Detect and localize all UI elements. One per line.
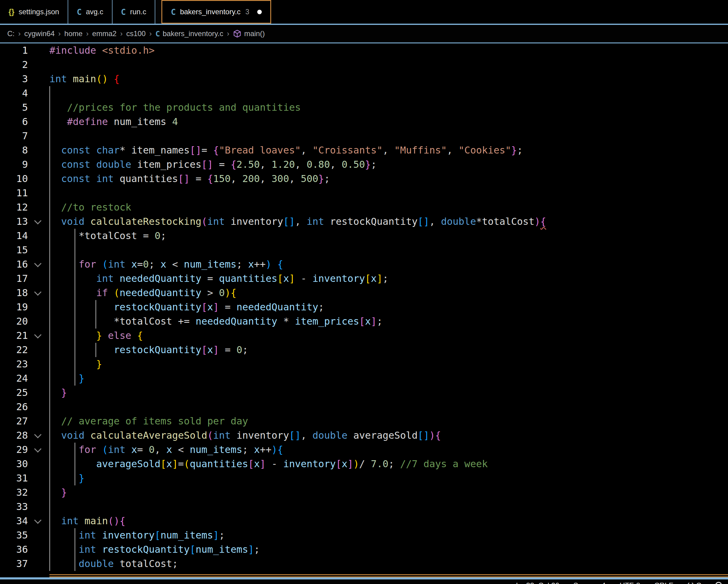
line-number[interactable]: 12 — [0, 200, 28, 214]
line-number[interactable]: 21 — [0, 329, 28, 343]
line-number[interactable]: 30 — [0, 457, 28, 471]
code-line[interactable]: 20 *totalCost += neededQuantity * item_p… — [0, 314, 728, 329]
code-line[interactable]: 12 //to restock — [0, 200, 728, 214]
code-line[interactable]: 4 — [0, 86, 728, 100]
line-number[interactable]: 7 — [0, 129, 28, 143]
breadcrumb-item-cygwin64[interactable]: cygwin64 — [24, 29, 55, 38]
breadcrumb-item-symbol-main[interactable]: main() — [233, 29, 265, 38]
code-line[interactable]: 34 int main(){ — [0, 514, 728, 528]
notifications-bell-icon[interactable] — [715, 582, 722, 584]
line-number[interactable]: 19 — [0, 300, 28, 314]
code-line[interactable]: 10 const int quantities[] = {150, 200, 3… — [0, 172, 728, 186]
fold-chevron-down-icon[interactable] — [34, 446, 42, 453]
breadcrumb-item-drive[interactable]: C: — [7, 29, 15, 38]
line-number[interactable]: 4 — [0, 86, 28, 100]
code-line[interactable]: 2 — [0, 58, 728, 72]
code-line[interactable]: 29 for (int x= 0, x < num_items; x++){ — [0, 442, 728, 457]
line-number[interactable]: 17 — [0, 272, 28, 286]
line-number[interactable]: 23 — [0, 357, 28, 371]
line-number[interactable]: 5 — [0, 100, 28, 115]
code-line[interactable]: 28 void calculateAverageSold(int invento… — [0, 428, 728, 442]
line-number[interactable]: 34 — [0, 514, 28, 528]
line-number[interactable]: 15 — [0, 243, 28, 257]
line-number[interactable]: 33 — [0, 500, 28, 514]
line-number[interactable]: 26 — [0, 400, 28, 414]
tab-run-c[interactable]: C run.c — [112, 0, 156, 24]
editor[interactable]: 1#include <stdio.h>23int main() {45 //pr… — [0, 43, 728, 574]
line-number[interactable]: 31 — [0, 471, 28, 485]
code-line[interactable]: 7 — [0, 129, 728, 143]
code-line[interactable]: 19 restockQuantity[x] = neededQuantity; — [0, 300, 728, 314]
status-eol[interactable]: CRLF — [654, 580, 673, 584]
line-number[interactable]: 25 — [0, 386, 28, 400]
fold-chevron-down-icon[interactable] — [34, 517, 42, 524]
code-line[interactable]: 31 } — [0, 471, 728, 485]
code-line[interactable]: 3int main() { — [0, 72, 728, 86]
code-line[interactable]: 11 — [0, 186, 728, 200]
fold-chevron-down-icon[interactable] — [34, 288, 42, 296]
line-number[interactable]: 24 — [0, 371, 28, 386]
status-indentation[interactable]: Spaces: 4 — [573, 580, 606, 584]
code-line[interactable]: 1#include <stdio.h> — [0, 43, 728, 58]
breadcrumb-item-emma2[interactable]: emma2 — [92, 29, 116, 38]
code-line[interactable]: 33 — [0, 500, 728, 514]
code-line[interactable]: 32 } — [0, 485, 728, 500]
line-number[interactable]: 3 — [0, 72, 28, 86]
status-encoding[interactable]: UTF-8 — [620, 580, 640, 584]
code-line[interactable]: 13 void calculateRestocking(int inventor… — [0, 214, 728, 229]
line-number[interactable]: 32 — [0, 485, 28, 500]
code-line[interactable]: 21 } else { — [0, 329, 728, 343]
modified-dot-icon[interactable] — [257, 10, 262, 14]
line-number[interactable]: 28 — [0, 428, 28, 442]
code-line[interactable]: 6 #define num_items 4 — [0, 115, 728, 129]
line-number[interactable]: 18 — [0, 286, 28, 300]
breadcrumb-item-cs100[interactable]: cs100 — [126, 29, 146, 38]
code-line[interactable]: 35 int inventory[num_items]; — [0, 528, 728, 542]
code-line[interactable]: 37 double totalCost; — [0, 557, 728, 571]
line-number[interactable]: 27 — [0, 414, 28, 428]
line-number[interactable]: 35 — [0, 528, 28, 542]
code-line[interactable]: 14 *totalCost = 0; — [0, 229, 728, 243]
fold-chevron-down-icon[interactable] — [34, 431, 42, 438]
code-line[interactable]: 18 if (neededQuantity > 0){ — [0, 286, 728, 300]
status-language-mode[interactable]: { } C — [687, 580, 701, 584]
line-number[interactable]: 11 — [0, 186, 28, 200]
line-number[interactable]: 8 — [0, 143, 28, 157]
line-number[interactable]: 14 — [0, 229, 28, 243]
code-line[interactable]: 25 } — [0, 386, 728, 400]
line-number[interactable]: 29 — [0, 442, 28, 457]
breadcrumb-item-file[interactable]: C bakers_inventory.c — [155, 29, 223, 38]
fold-chevron-down-icon[interactable] — [34, 260, 42, 267]
line-number[interactable]: 9 — [0, 157, 28, 172]
line-number[interactable]: 22 — [0, 343, 28, 357]
line-number[interactable]: 36 — [0, 542, 28, 557]
code-line[interactable]: 15 — [0, 243, 728, 257]
tab-avg-c[interactable]: C avg.c — [68, 0, 112, 24]
line-number[interactable]: 13 — [0, 214, 28, 229]
code-line[interactable]: 27 // average of items sold per day — [0, 414, 728, 428]
line-number[interactable]: 6 — [0, 115, 28, 129]
tab-bakers-inventory-c[interactable]: C bakers_inventory.c 3 — [161, 0, 271, 24]
code-line[interactable]: 9 const double item_prices[] = {2.50, 1.… — [0, 157, 728, 172]
fold-chevron-down-icon[interactable] — [34, 217, 42, 225]
line-number[interactable]: 1 — [0, 43, 28, 58]
line-number[interactable]: 37 — [0, 557, 28, 571]
code-line[interactable]: 24 } — [0, 371, 728, 386]
line-number[interactable]: 20 — [0, 314, 28, 329]
breadcrumb-item-home[interactable]: home — [64, 29, 82, 38]
fold-chevron-down-icon[interactable] — [34, 331, 42, 338]
line-number[interactable]: 10 — [0, 172, 28, 186]
line-number[interactable]: 16 — [0, 257, 28, 272]
tab-settings-json[interactable]: {} settings.json — [0, 0, 68, 24]
code-line[interactable]: 16 for (int x=0; x < num_items; x++) { — [0, 257, 728, 272]
line-number[interactable]: 2 — [0, 58, 28, 72]
code-line[interactable]: 23 } — [0, 357, 728, 371]
code-line[interactable]: 8 const char* item_names[]= {"Bread loav… — [0, 143, 728, 157]
status-cursor-position[interactable]: Ln 33, Col 26 — [516, 580, 560, 584]
code-line[interactable]: 30 averageSold[x]=(quantities[x] - inven… — [0, 457, 728, 471]
code-line[interactable]: 22 restockQuantity[x] = 0; — [0, 343, 728, 357]
code-line[interactable]: 5 //prices for the products and quantiti… — [0, 100, 728, 115]
code-line[interactable]: 36 int restockQuantity[num_items]; — [0, 542, 728, 557]
code-line[interactable]: 26 — [0, 400, 728, 414]
code-line[interactable]: 17 int neededQuantity = quantities[x] - … — [0, 272, 728, 286]
